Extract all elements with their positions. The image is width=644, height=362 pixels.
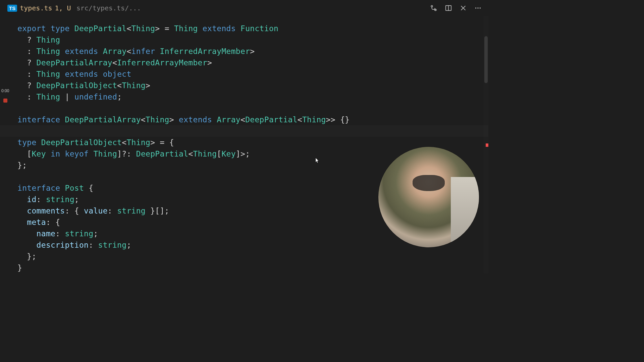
compare-changes-icon[interactable] — [430, 4, 437, 12]
code-line: } — [17, 262, 488, 274]
code-line: export type DeepPartial<Thing> = Thing e… — [17, 23, 488, 34]
breadcrumb[interactable]: src/types.ts/... — [76, 4, 141, 12]
tab-filename: types.ts — [20, 4, 52, 12]
close-icon[interactable] — [460, 4, 467, 12]
code-line: ? DeepPartialArray<InferredArrayMember> — [17, 57, 488, 68]
svg-point-0 — [431, 5, 433, 7]
code-line: interface DeepPartialArray<Thing> extend… — [17, 114, 488, 125]
code-line: ? DeepPartialObject<Thing> — [17, 80, 488, 91]
more-actions-icon[interactable] — [474, 4, 482, 12]
svg-point-7 — [477, 7, 478, 8]
editor-tab-bar: TS types.ts 1, U src/types.ts/... — [0, 0, 488, 16]
webcam-overlay — [378, 147, 479, 247]
minimap-error-marker[interactable] — [486, 143, 488, 147]
code-line: type DeepPartialObject<Thing> = { — [17, 137, 488, 148]
code-line: }; — [17, 251, 488, 262]
scrollbar-thumb[interactable] — [484, 36, 488, 83]
code-line: : Thing | undefined; — [17, 91, 488, 103]
active-tab[interactable]: TS types.ts 1, U — [4, 0, 74, 16]
tab-problems-status: 1, U — [55, 4, 71, 12]
code-line: : Thing extends object — [17, 68, 488, 80]
code-line: ? Thing — [17, 34, 488, 46]
tab-actions — [430, 4, 484, 12]
svg-point-6 — [475, 7, 476, 8]
video-timestamp: 0:00 — [1, 88, 9, 93]
code-line — [17, 103, 488, 114]
record-indicator-icon — [3, 99, 7, 103]
code-line-active — [0, 125, 488, 137]
code-line: : Thing extends Array<infer InferredArra… — [17, 46, 488, 57]
typescript-badge-icon: TS — [7, 5, 17, 12]
svg-point-8 — [480, 7, 481, 8]
split-editor-icon[interactable] — [445, 4, 452, 12]
